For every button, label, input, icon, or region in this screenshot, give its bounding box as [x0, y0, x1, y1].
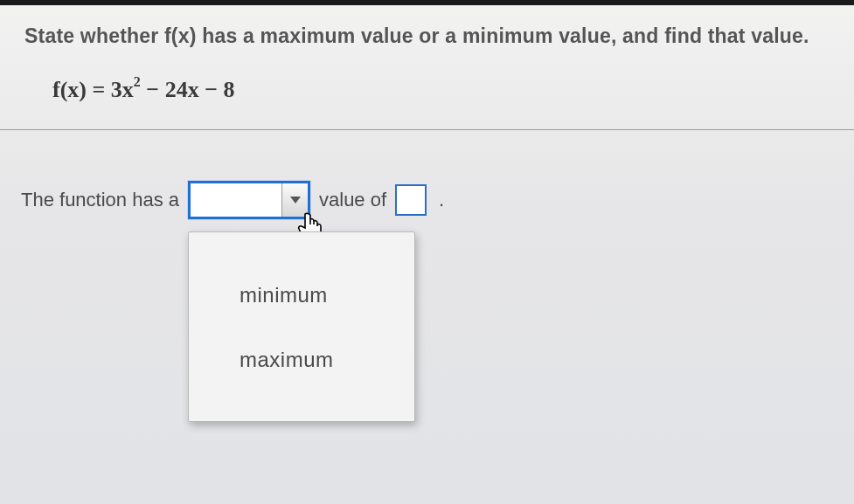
dropdown-arrow-button[interactable]	[281, 183, 308, 217]
equation-rest: − 24x − 8	[141, 77, 235, 102]
svg-marker-0	[290, 197, 301, 204]
equation-term-a: 3x	[111, 77, 134, 102]
answer-row: The function has a minimum maximum value…	[0, 130, 854, 219]
equation-exponent: 2	[134, 74, 141, 89]
option-maximum[interactable]: maximum	[189, 325, 414, 390]
equals-sign: =	[92, 77, 110, 102]
type-select-value	[191, 183, 281, 217]
answer-period: .	[439, 189, 444, 211]
combo-wrap: minimum maximum	[188, 181, 310, 219]
equation-lhs: f(x)	[52, 77, 87, 102]
option-minimum[interactable]: minimum	[189, 266, 414, 325]
answer-mid: value of	[319, 189, 386, 211]
type-dropdown-list: minimum maximum	[188, 231, 415, 422]
answer-prefix: The function has a	[21, 189, 179, 211]
question-panel: State whether f(x) has a maximum value o…	[0, 0, 854, 504]
value-input[interactable]	[395, 184, 427, 216]
chevron-down-icon	[289, 196, 302, 204]
question-prompt: State whether f(x) has a maximum value o…	[0, 5, 854, 55]
equation: f(x) = 3x2 − 24x − 8	[0, 55, 854, 129]
type-select[interactable]	[188, 181, 310, 219]
